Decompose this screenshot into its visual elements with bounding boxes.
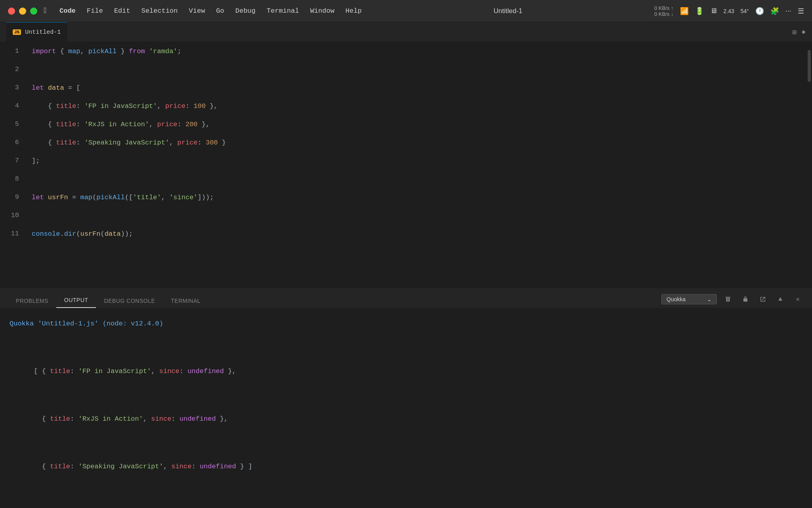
menu-go[interactable]: Go [216,7,224,15]
panel-tabs-right: Quokka ⌄ ▲ ✕ [661,294,804,308]
lock-icon [742,296,749,302]
display-icon: 🖥 [710,7,717,15]
tab-filename: Untitled-1 [25,29,61,36]
output-line-2: { title: 'RxJS in Action', since: undefi… [10,395,802,443]
menu-edit[interactable]: Edit [114,7,130,15]
select-value: Quokka [666,296,686,302]
code-line-3: let data = [ [24,79,812,97]
output-empty-line [10,332,802,348]
clear-output-button[interactable] [722,294,734,305]
traffic-lights [8,8,37,15]
battery-icon: 🔋 [695,7,704,15]
editor-scrollbar[interactable] [806,42,812,288]
tab-right-icons: ⊞ ● [792,28,806,37]
menu-view[interactable]: View [189,7,205,15]
scroll-to-top-button[interactable]: ▲ [774,294,787,305]
line-number-11: 11 [0,225,19,243]
menu-help[interactable]: Help [345,7,362,15]
line-number-7: 7 [0,152,19,170]
tab-problems[interactable]: PROBLEMS [8,294,56,308]
code-line-11: console.dir(usrFn(data)); [24,225,812,243]
code-line-1: import { map, pickAll } from 'ramda'; [24,42,812,60]
output-source-select[interactable]: Quokka ⌄ [661,294,717,304]
line-number-2: 2 [0,60,19,79]
panel-output-area: Quokka 'Untitled-1.js' (node: v12.4.0) [… [0,308,812,508]
lock-button[interactable] [739,294,752,305]
line-number-3: 3 [0,79,19,97]
panel-tabs-left: PROBLEMS OUTPUT DEBUG CONSOLE TERMINAL [8,293,209,308]
menu-file[interactable]: File [87,7,103,15]
split-editor-icon[interactable]: ⊞ [792,28,797,37]
tab-output[interactable]: OUTPUT [56,293,96,308]
line-number-1: 1 [0,42,19,60]
wifi-icon: 📶 [680,7,689,15]
line-number-9: 9 [0,188,19,206]
titlebar:  Code File Edit Selection View Go Debug… [0,0,812,22]
code-line-8 [24,170,812,188]
code-line-4: { title: 'FP in JavaScript', price: 100 … [24,97,812,115]
tab-debug-console[interactable]: DEBUG CONSOLE [96,294,163,308]
open-new-window-button[interactable] [756,294,769,305]
line-number-5: 5 [0,115,19,133]
js-badge: JS [13,29,21,35]
line-numbers: 1 2 3 4 5 6 7 8 9 10 11 [0,42,24,288]
line-number-4: 4 [0,97,19,115]
clock: 2.43 [724,8,734,14]
menu-window[interactable]: Window [310,7,334,15]
circle-icon: ● [801,28,806,36]
menu-selection[interactable]: Selection [141,7,178,15]
apple-menu[interactable]:  [44,6,48,15]
editor-tab-bar: JS Untitled-1 ⊞ ● [0,22,812,42]
maximize-button[interactable] [30,8,37,15]
clock-icon: 🕐 [755,7,764,15]
list-icon: ☰ [798,7,804,15]
panel-tab-bar: PROBLEMS OUTPUT DEBUG CONSOLE TERMINAL Q… [0,289,812,308]
close-panel-button[interactable]: ✕ [791,294,804,305]
window-title: Untitled-1 [494,7,523,15]
extension-icon: 🧩 [770,7,779,15]
minimize-button[interactable] [19,8,26,15]
code-line-7: ]; [24,152,812,170]
line-number-10: 10 [0,206,19,225]
menu-bar:  Code File Edit Selection View Go Debug… [44,6,362,15]
menu-debug[interactable]: Debug [236,7,256,15]
temperature: 54° [741,8,749,14]
panel: PROBLEMS OUTPUT DEBUG CONSOLE TERMINAL Q… [0,288,812,508]
output-quokka-header: Quokka 'Untitled-1.js' (node: v12.4.0) [10,316,802,332]
titlebar-left:  Code File Edit Selection View Go Debug… [8,6,362,15]
code-line-2 [24,60,812,79]
scrollbar-thumb[interactable] [808,50,811,82]
editor-tab[interactable]: JS Untitled-1 [6,22,67,42]
chevron-down-icon: ⌄ [707,296,712,302]
code-line-5: { title: 'RxJS in Action', price: 200 }, [24,115,812,133]
network-status: 0 KB/s ↑0 KB/s ↓ [654,5,673,17]
titlebar-right: 0 KB/s ↑0 KB/s ↓ 📶 🔋 🖥 2.43 54° 🕐 🧩 ··· … [654,5,804,17]
more-icon: ··· [785,7,791,15]
clear-icon [725,296,731,302]
close-button[interactable] [8,8,15,15]
output-line-1: [ { title: 'FP in JavaScript', since: un… [10,348,802,395]
code-editor[interactable]: import { map, pickAll } from 'ramda'; le… [24,42,812,288]
editor-area: 1 2 3 4 5 6 7 8 9 10 11 import { map, pi… [0,42,812,288]
menu-terminal[interactable]: Terminal [267,7,299,15]
code-line-9: let usrFn = map(pickAll(['title', 'since… [24,188,812,206]
code-line-10 [24,206,812,225]
open-external-icon [760,296,766,302]
menu-code[interactable]: Code [59,7,76,15]
tab-terminal[interactable]: TERMINAL [163,294,209,308]
output-line-3: { title: 'Speaking JavaScript', since: u… [10,443,802,491]
line-number-6: 6 [0,133,19,152]
code-line-6: { title: 'Speaking JavaScript', price: 3… [24,133,812,152]
line-number-8: 8 [0,170,19,188]
